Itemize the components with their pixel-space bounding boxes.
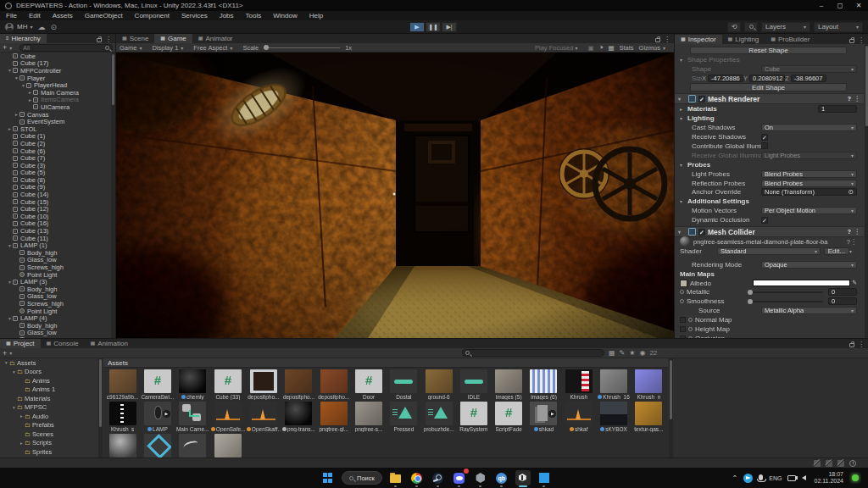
asset-thumbnail[interactable] <box>565 402 593 425</box>
project-folder[interactable]: 🗀Prefabs <box>0 421 98 430</box>
asset-thumbnail[interactable] <box>355 402 382 425</box>
asset-item[interactable] <box>211 434 245 458</box>
expand-arrow-icon[interactable]: ▾ <box>3 360 9 365</box>
hierarchy-item[interactable]: Cube (9) <box>0 184 111 191</box>
tab-animation[interactable]: ▦Animation <box>85 339 134 348</box>
play-button[interactable]: ▶ <box>409 22 425 32</box>
asset-thumbnail[interactable] <box>214 434 242 458</box>
expand-arrow-icon[interactable]: ▸ <box>14 112 19 117</box>
texture-slot-dot[interactable] <box>688 318 693 322</box>
app-qbittorrent[interactable]: qb <box>494 470 509 485</box>
play-overlay-icon[interactable]: ▶ <box>163 410 170 418</box>
clock[interactable]: 18:07 02.11.2024 <box>814 471 843 485</box>
tray-chevron-icon[interactable]: ⌃ <box>732 474 738 482</box>
asset-item[interactable]: ground-6 <box>422 369 455 400</box>
hierarchy-item[interactable]: ▸STOL <box>0 125 111 133</box>
expand-arrow-icon[interactable]: ▾ <box>7 68 13 73</box>
albedo-color-field[interactable] <box>753 280 850 286</box>
search-everything-button[interactable] <box>744 22 758 32</box>
asset-item[interactable]: sKYBOX <box>597 402 630 432</box>
hierarchy-item[interactable]: Cube (13) <box>0 227 111 235</box>
muted-message-icon[interactable] <box>826 460 832 467</box>
asset-item[interactable]: pngtree-s... <box>352 402 385 432</box>
project-folder[interactable]: ▸🗀Audio <box>0 412 98 421</box>
account-label[interactable]: MH <box>17 23 27 30</box>
hierarchy-item[interactable]: Cube (12) <box>0 205 111 213</box>
expand-arrow-icon[interactable]: ▸ <box>19 441 25 446</box>
texture-slot-dot[interactable] <box>680 290 684 294</box>
object-field[interactable]: None (Transform)⊙ <box>761 188 857 196</box>
asset-item[interactable]: ▶shkad <box>527 402 560 432</box>
object-picker-icon[interactable]: ⊙ <box>849 188 854 196</box>
asset-item[interactable] <box>106 434 139 458</box>
panel-menu-icon[interactable]: ⋮ <box>858 36 865 44</box>
search-by-label-icon[interactable]: ✎ <box>620 349 626 357</box>
search-by-type-icon[interactable]: ▦ <box>609 349 615 357</box>
menu-assets[interactable]: Assets <box>47 11 79 20</box>
expand-arrow-icon[interactable]: ▾ <box>11 369 17 374</box>
asset-item[interactable]: Cube (33) <box>211 369 245 400</box>
play-focused-dropdown[interactable]: Play Focused ▾ <box>535 44 583 52</box>
app-discord[interactable] <box>452 470 467 485</box>
asset-thumbnail[interactable] <box>600 369 627 393</box>
asset-item[interactable]: probuzhde... <box>422 402 455 432</box>
asset-grid-scrollbar[interactable] <box>669 358 673 458</box>
asset-item[interactable]: shkaf <box>562 402 595 432</box>
expand-arrow-icon[interactable]: ▾ <box>14 75 19 80</box>
asset-thumbnail[interactable] <box>600 402 627 425</box>
hierarchy-item[interactable]: Cube (17) <box>0 60 111 68</box>
asset-item[interactable]: Door <box>352 369 385 400</box>
texture-slot-dot[interactable] <box>680 299 684 303</box>
menu-window[interactable]: Window <box>267 11 303 20</box>
hierarchy-item[interactable]: Cube (7) <box>0 154 111 162</box>
scale-slider[interactable] <box>264 47 340 48</box>
dropdown-field[interactable]: Blend Probes▾ <box>761 170 857 178</box>
menu-edit[interactable]: Edit <box>23 11 47 20</box>
app-hub-app[interactable] <box>473 470 488 485</box>
foldout-arrow-icon[interactable]: ▾ <box>680 162 687 168</box>
albedo-texture-slot[interactable] <box>680 280 687 287</box>
asset-thumbnail[interactable]: ▶ <box>144 402 171 425</box>
asset-thumbnail[interactable] <box>495 402 522 425</box>
hierarchy-scrollbar[interactable] <box>111 53 115 338</box>
asset-thumbnail[interactable] <box>390 402 417 425</box>
pause-button[interactable]: ❚❚ <box>426 22 441 32</box>
asset-thumbnail[interactable] <box>426 369 453 393</box>
hierarchy-item[interactable]: ▾LAMP (1) <box>0 241 111 249</box>
texture-slot[interactable] <box>680 317 686 323</box>
component-header[interactable]: ▾✓Mesh Collider?⋮ <box>675 226 864 237</box>
vsync-icon[interactable]: ▦ <box>608 44 614 52</box>
hierarchy-item[interactable]: Cube (11) <box>0 235 111 242</box>
project-folder[interactable]: ▸🗀Scripts <box>0 439 98 448</box>
minimize-button[interactable]: – <box>812 0 831 11</box>
asset-item[interactable]: c96129a9b... <box>106 369 139 400</box>
expand-arrow-icon[interactable]: ▸ <box>7 126 13 131</box>
dropdown-field[interactable]: Light Probes▾ <box>761 152 857 159</box>
menu-help[interactable]: Help <box>303 11 329 20</box>
hierarchy-item[interactable]: Body_high <box>0 286 111 293</box>
app-steam[interactable] <box>431 470 446 485</box>
foldout-arrow-icon[interactable]: ▾ <box>680 198 687 204</box>
hierarchy-item[interactable]: ▸ItemsCamera <box>0 97 111 104</box>
panel-menu-icon[interactable]: ⋮ <box>664 36 670 43</box>
asset-item[interactable]: CameraSwi... <box>141 369 174 400</box>
value-field[interactable]: 0 <box>828 297 857 305</box>
close-button[interactable]: ✕ <box>849 0 868 11</box>
asset-item[interactable]: depositpho... <box>282 369 315 400</box>
progress-clock-icon[interactable] <box>849 460 856 467</box>
value-field[interactable]: -38.96607 <box>791 75 826 82</box>
value-field[interactable]: 0 <box>828 288 857 296</box>
asset-item[interactable]: Khrush_s <box>106 402 139 432</box>
menu-gameobject[interactable]: GameObject <box>79 11 129 20</box>
dropdown-field[interactable]: Opaque▾ <box>761 261 857 269</box>
expand-arrow-icon[interactable]: ▾ <box>20 83 26 88</box>
maximize-button[interactable]: ◻ <box>831 0 849 11</box>
account-avatar[interactable] <box>5 23 14 31</box>
component-enabled-checkbox[interactable]: ✓ <box>698 229 705 236</box>
asset-thumbnail[interactable] <box>214 402 242 425</box>
help-icon[interactable]: ? <box>848 96 851 102</box>
edit-shape-button[interactable]: Edit Shape <box>690 83 847 92</box>
asset-item[interactable]: OpenSafe... <box>211 402 245 432</box>
checkbox[interactable]: ✓ <box>761 217 768 224</box>
project-create-button[interactable]: + <box>3 349 7 358</box>
